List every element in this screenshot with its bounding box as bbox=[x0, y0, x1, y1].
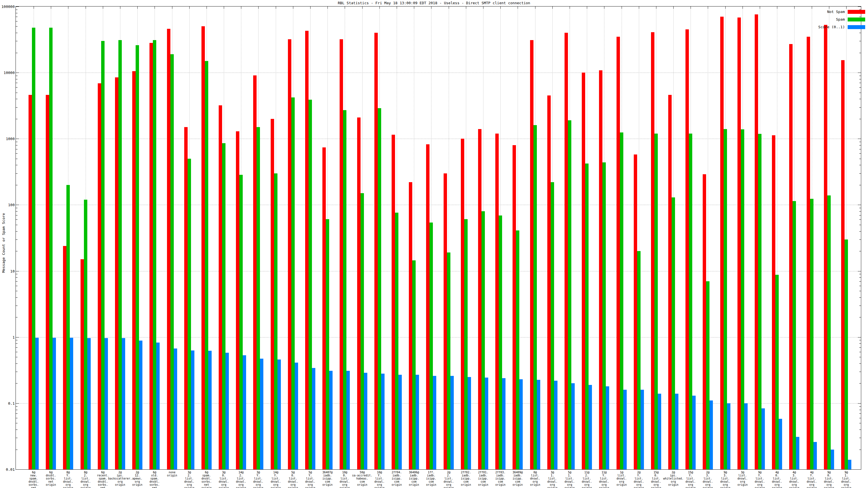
bar-spam bbox=[585, 164, 589, 469]
x-top-tick bbox=[362, 6, 363, 9]
bar-spam bbox=[810, 199, 813, 469]
bar-not-spam bbox=[150, 43, 153, 469]
y-minor-tick bbox=[859, 165, 861, 165]
bar-score-0-1- bbox=[295, 363, 298, 469]
x-top-tick bbox=[760, 6, 760, 9]
bar-spam bbox=[637, 251, 641, 469]
y-minor-tick bbox=[859, 53, 861, 53]
bar-score-0-1- bbox=[831, 450, 834, 469]
x-top-tick bbox=[483, 6, 484, 9]
bar-not-spam bbox=[703, 174, 706, 469]
bar-score-0-1- bbox=[243, 355, 246, 469]
y-minor-tick bbox=[16, 149, 18, 150]
x-top-tick bbox=[777, 6, 777, 9]
y-minor-tick bbox=[859, 208, 861, 208]
bar-not-spam bbox=[685, 29, 689, 469]
x-top-tick bbox=[68, 6, 68, 9]
legend-label: Spam bbox=[836, 17, 845, 22]
y-major-tick bbox=[858, 139, 861, 139]
y-gridline bbox=[16, 139, 861, 139]
bar-not-spam bbox=[738, 18, 741, 469]
bar-spam bbox=[827, 195, 831, 469]
bar-spam bbox=[66, 185, 70, 469]
bar-score-0-1- bbox=[762, 409, 765, 469]
y-minor-tick bbox=[16, 297, 18, 298]
bar-not-spam bbox=[202, 26, 205, 469]
y-minor-tick bbox=[859, 33, 861, 33]
bar-spam bbox=[793, 201, 796, 469]
x-top-tick bbox=[604, 6, 604, 9]
y-minor-tick bbox=[16, 173, 18, 174]
bar-score-0-1- bbox=[468, 377, 471, 469]
spam-swatch bbox=[848, 18, 865, 22]
bar-not-spam bbox=[599, 70, 602, 469]
y-minor-tick bbox=[16, 357, 18, 357]
bar-spam bbox=[482, 211, 485, 469]
bar-spam bbox=[758, 134, 762, 469]
x-top-tick bbox=[224, 6, 224, 9]
y-minor-tick bbox=[16, 363, 18, 364]
bar-score-0-1- bbox=[485, 378, 488, 469]
y-minor-tick bbox=[859, 357, 861, 357]
y-minor-tick bbox=[16, 429, 18, 430]
y-major-tick bbox=[16, 139, 19, 139]
y-minor-tick bbox=[859, 153, 861, 154]
bar-not-spam bbox=[807, 37, 810, 469]
x-top-tick bbox=[639, 6, 639, 9]
bar-score-0-1- bbox=[122, 338, 125, 469]
y-minor-tick bbox=[859, 277, 861, 278]
x-top-tick bbox=[207, 6, 207, 9]
x-top-tick bbox=[535, 6, 535, 9]
bar-score-0-1- bbox=[225, 353, 229, 469]
x-top-tick bbox=[276, 6, 276, 9]
y-minor-tick bbox=[16, 185, 18, 185]
y-major-tick bbox=[858, 337, 861, 337]
bar-spam bbox=[32, 28, 35, 469]
bar-score-0-1- bbox=[104, 338, 108, 469]
bar-score-0-1- bbox=[537, 380, 540, 469]
bar-not-spam bbox=[236, 131, 239, 469]
y-gridline bbox=[16, 271, 861, 271]
y-minor-tick bbox=[859, 211, 861, 212]
y-minor-tick bbox=[16, 438, 18, 438]
bar-score-0-1- bbox=[53, 338, 56, 469]
x-top-tick bbox=[743, 6, 743, 9]
bar-spam bbox=[430, 223, 433, 469]
y-minor-tick bbox=[859, 76, 861, 76]
bar-spam bbox=[49, 28, 53, 469]
bar-score-0-1- bbox=[796, 437, 799, 469]
bar-score-0-1- bbox=[606, 386, 609, 469]
plot-area: 1000001000010001001010.10.016@ new. spam… bbox=[16, 6, 861, 469]
y-minor-tick bbox=[16, 231, 18, 232]
y-tick-label: 100 bbox=[1, 203, 15, 207]
bar-not-spam bbox=[841, 60, 844, 469]
bar-not-spam bbox=[495, 134, 499, 469]
y-minor-tick bbox=[859, 363, 861, 364]
bar-not-spam bbox=[461, 139, 464, 469]
x-top-tick bbox=[120, 6, 120, 9]
bar-spam bbox=[239, 175, 243, 469]
y-tick-label: 0.1 bbox=[1, 401, 15, 405]
y-minor-tick bbox=[859, 79, 861, 79]
bar-spam bbox=[620, 132, 623, 469]
legend-entry-spam: Spam bbox=[818, 15, 865, 23]
y-minor-tick bbox=[859, 93, 861, 93]
y-major-tick bbox=[858, 205, 861, 205]
y-minor-tick bbox=[16, 76, 18, 76]
legend-label: Not Spam bbox=[827, 10, 845, 14]
bar-not-spam bbox=[115, 77, 118, 469]
bar-not-spam bbox=[392, 135, 395, 469]
y-minor-tick bbox=[16, 305, 18, 306]
y-minor-tick bbox=[16, 208, 18, 208]
bar-spam bbox=[378, 108, 381, 469]
y-minor-tick bbox=[859, 87, 861, 88]
bar-score-0-1- bbox=[744, 403, 748, 469]
y-minor-tick bbox=[859, 352, 861, 352]
y-tick-label: 0.01 bbox=[1, 467, 15, 471]
bar-score-0-1- bbox=[398, 375, 402, 469]
bar-not-spam bbox=[340, 39, 343, 469]
score-swatch bbox=[848, 25, 865, 29]
bar-not-spam bbox=[132, 71, 135, 469]
y-minor-tick bbox=[859, 274, 861, 274]
y-minor-tick bbox=[16, 347, 18, 348]
